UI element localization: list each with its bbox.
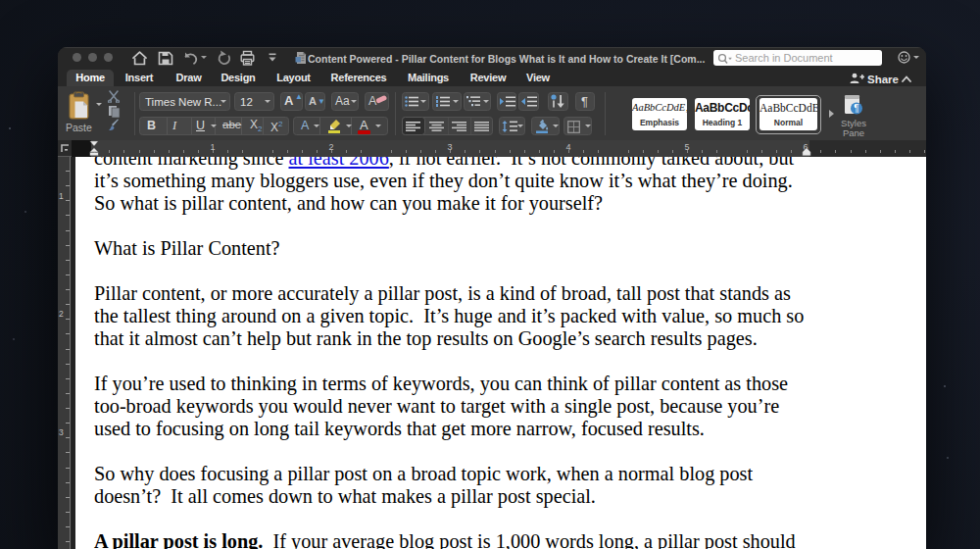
svg-text:¶: ¶ xyxy=(854,103,858,114)
